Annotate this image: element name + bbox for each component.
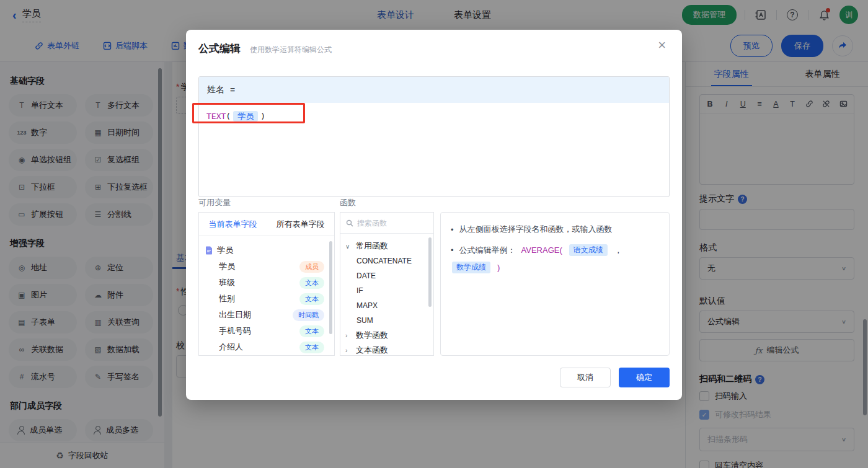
variables-label: 可用变量 — [198, 197, 231, 208]
formula-edit-modal: 公式编辑 使用数学运算符编辑公式 × 姓名 = TEXT(学员) 可用变量 函数… — [186, 30, 682, 400]
functions-panel: ∨ 常用函数 CONCATENATE DATE IF MAPX SUM › 数学… — [340, 212, 434, 356]
type-badge: 文本 — [299, 277, 324, 289]
type-badge: 时间戳 — [293, 309, 324, 321]
function-group-text[interactable]: › 文本函数 — [345, 343, 433, 358]
root-label: 学员 — [217, 245, 233, 256]
equals-sign: = — [230, 85, 235, 95]
variable-name: 学员 — [219, 261, 235, 272]
tip-line-example: • 公式编辑举例：AVERAGE(语文成绩，数学成绩) — [451, 244, 659, 273]
tab-all-form-fields[interactable]: 所有表单字段 — [267, 213, 334, 236]
variables-tree: 学员 学员成员 班级文本 性别文本 出生日期时间戳 手机号码文本 介绍人文本 — [199, 236, 334, 355]
tip-text: 从左侧面板选择字段名和函数，或输入函数 — [459, 224, 613, 235]
formula-target-field: 姓名 — [207, 84, 224, 95]
variable-name: 出生日期 — [219, 309, 251, 320]
example-function-name: AVERAGE( — [521, 245, 562, 255]
variable-row[interactable]: 手机号码文本 — [205, 323, 334, 339]
formula-expression[interactable]: TEXT(学员) — [199, 103, 669, 130]
function-item[interactable]: DATE — [345, 268, 433, 283]
close-paren: ) — [260, 112, 265, 121]
function-item[interactable]: CONCATENATE — [345, 254, 433, 268]
file-icon — [205, 246, 213, 255]
type-badge: 文本 — [299, 325, 324, 337]
variable-row[interactable]: 班级文本 — [205, 275, 334, 291]
function-item[interactable]: IF — [345, 283, 433, 298]
app-page: ‹ 学员 表单设计 表单设置 数据管理 ? — [0, 0, 868, 468]
bullet: • — [451, 225, 454, 234]
modal-subtitle: 使用数学运算符编辑公式 — [250, 45, 332, 55]
type-badge: 文本 — [299, 342, 324, 353]
variable-name: 介绍人 — [219, 342, 243, 353]
open-paren: ( — [226, 112, 231, 121]
variable-row[interactable]: 出生日期时间戳 — [205, 307, 334, 323]
group-label: 数学函数 — [356, 330, 388, 341]
formula-editor[interactable]: 姓名 = TEXT(学员) — [198, 76, 670, 197]
comma: ， — [614, 245, 622, 256]
search-icon — [346, 219, 353, 227]
group-label: 常用函数 — [356, 241, 388, 252]
type-badge: 成员 — [299, 261, 324, 273]
modal-title: 公式编辑 — [198, 42, 241, 56]
chevron-right-icon: › — [345, 347, 352, 354]
variable-name: 手机号码 — [219, 325, 251, 337]
confirm-button[interactable]: 确定 — [619, 368, 670, 387]
function-group-math[interactable]: › 数学函数 — [345, 328, 433, 343]
bullet: • — [451, 245, 454, 255]
close-paren: ) — [497, 263, 500, 272]
modal-header: 公式编辑 使用数学运算符编辑公式 — [186, 30, 682, 56]
example-field-token: 语文成绩 — [569, 244, 608, 256]
formula-function-name: TEXT — [206, 112, 226, 121]
cancel-button[interactable]: 取消 — [560, 368, 611, 387]
functions-label: 函数 — [340, 197, 356, 208]
functions-scrollbar[interactable] — [428, 237, 432, 307]
tips-panel: • 从左侧面板选择字段名和函数，或输入函数 • 公式编辑举例：AVERAGE(语… — [440, 212, 670, 356]
variable-row[interactable]: 性别文本 — [205, 291, 334, 307]
functions-tree: ∨ 常用函数 CONCATENATE DATE IF MAPX SUM › 数学… — [340, 234, 433, 358]
example-field-token: 数学成绩 — [452, 262, 490, 273]
function-search[interactable] — [340, 213, 433, 234]
tip-line: • 从左侧面板选择字段名和函数，或输入函数 — [451, 224, 659, 235]
variable-name: 性别 — [219, 293, 235, 304]
chevron-right-icon: › — [345, 332, 352, 339]
function-search-input[interactable] — [357, 219, 419, 227]
variable-row[interactable]: 介绍人文本 — [205, 339, 334, 355]
variable-row[interactable]: 学员成员 — [205, 258, 334, 275]
tip-example-prefix: 公式编辑举例： — [459, 245, 516, 256]
type-badge: 文本 — [299, 293, 324, 305]
function-item[interactable]: MAPX — [345, 298, 433, 313]
function-item[interactable]: SUM — [345, 313, 433, 328]
variables-root-node[interactable]: 学员 — [205, 242, 334, 258]
close-icon[interactable]: × — [658, 38, 666, 52]
formula-target-row: 姓名 = — [199, 77, 669, 103]
variables-panel: 当前表单字段 所有表单字段 学员 学员成员 班级文本 性别文本 出生日期时间戳 … — [198, 212, 335, 356]
tab-current-form-fields[interactable]: 当前表单字段 — [199, 213, 267, 236]
field-token[interactable]: 学员 — [233, 111, 258, 121]
function-group-common[interactable]: ∨ 常用函数 — [345, 239, 433, 254]
variable-name: 班级 — [219, 277, 235, 288]
group-label: 文本函数 — [356, 345, 388, 356]
chevron-down-icon: ∨ — [345, 243, 352, 250]
variables-tabs: 当前表单字段 所有表单字段 — [199, 213, 334, 236]
variables-scrollbar[interactable] — [329, 241, 332, 334]
